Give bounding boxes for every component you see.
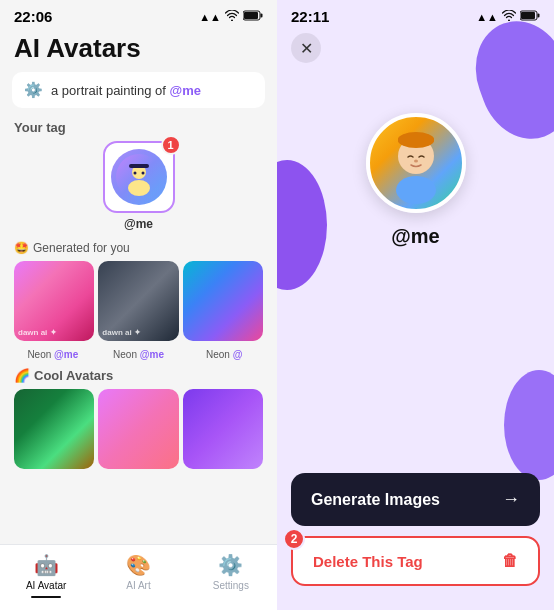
thumb-3[interactable] (183, 261, 263, 341)
thumb-img-5 (98, 389, 178, 469)
caption-3: Neon @ (185, 349, 263, 360)
nav-item-settings[interactable]: ⚙️ Settings (185, 553, 277, 598)
profile-center: @me (277, 113, 554, 248)
nav-icon-art: 🎨 (126, 553, 151, 577)
delete-tag-button[interactable]: 2 Delete This Tag 🗑 (291, 536, 540, 586)
bottom-actions: Generate Images → 2 Delete This Tag 🗑 (277, 461, 554, 610)
prompt-bar[interactable]: ⚙️ a portrait painting of @me (12, 72, 265, 108)
svg-point-5 (128, 180, 150, 196)
thumb-5[interactable] (98, 389, 178, 469)
image-row-2 (0, 389, 277, 477)
thumb-img-6 (183, 389, 263, 469)
watermark-2: dawn ai ✦ (102, 328, 141, 337)
profile-username: @me (391, 225, 439, 248)
nav-icon-avatar: 🤖 (34, 553, 59, 577)
watermark-1: dawn ai ✦ (18, 328, 57, 337)
badge-2: 2 (283, 528, 305, 550)
generate-label: Generate Images (311, 491, 440, 509)
bottom-nav: 🤖 AI Avatar 🎨 AI Art ⚙️ Settings (0, 544, 277, 610)
tag-avatar-wrapper[interactable]: 1 (103, 141, 175, 213)
signal-icon: ▲▲ (199, 11, 221, 23)
arrow-icon: → (502, 489, 520, 510)
your-tag-label: Your tag (0, 118, 277, 141)
right-screen: 22:11 ▲▲ ✕ (277, 0, 554, 610)
svg-point-8 (141, 172, 144, 175)
svg-rect-2 (261, 14, 263, 18)
profile-avatar-large (366, 113, 466, 213)
tag-avatar (111, 149, 167, 205)
thumb-1[interactable]: dawn ai ✦ (14, 261, 94, 341)
prompt-tag: @me (170, 83, 201, 98)
thumb-2[interactable]: dawn ai ✦ (98, 261, 178, 341)
thumb-img-3 (183, 261, 263, 341)
trash-icon: 🗑 (502, 552, 518, 570)
svg-point-16 (414, 160, 418, 163)
thumb-6[interactable] (183, 389, 263, 469)
nav-label-art: AI Art (126, 580, 150, 591)
left-screen: 22:06 ▲▲ AI Avatars ⚙️ (0, 0, 277, 610)
tag-container[interactable]: 1 @me (0, 141, 277, 239)
caption-2: Neon @me (100, 349, 178, 360)
generated-emoji: 🤩 (14, 241, 29, 255)
notification-badge: 1 (161, 135, 181, 155)
app-title: AI Avatars (0, 29, 277, 72)
status-icons-left: ▲▲ (199, 10, 263, 23)
thumb-4[interactable] (14, 389, 94, 469)
svg-point-17 (396, 176, 436, 204)
nav-label-avatar: AI Avatar (26, 580, 66, 591)
time-left: 22:06 (14, 8, 52, 25)
nav-label-settings: Settings (213, 580, 249, 591)
image-row-1: dawn ai ✦ dawn ai ✦ (0, 261, 277, 349)
svg-rect-10 (521, 12, 535, 19)
svg-rect-1 (244, 12, 258, 19)
nav-underline (31, 596, 61, 598)
close-button[interactable]: ✕ (291, 33, 321, 63)
wifi-icon (225, 10, 239, 23)
svg-rect-11 (538, 14, 540, 18)
gear-icon: ⚙️ (24, 81, 43, 99)
rainbow-emoji: 🌈 (14, 368, 30, 383)
caption-1: Neon @me (14, 349, 92, 360)
svg-rect-15 (398, 136, 434, 144)
prompt-text: a portrait painting of @me (51, 83, 201, 98)
cool-avatars-label: 🌈 Cool Avatars (0, 366, 277, 389)
signal-icon-right: ▲▲ (476, 11, 498, 23)
thumb-img-1: dawn ai ✦ (14, 261, 94, 341)
generate-images-button[interactable]: Generate Images → (291, 473, 540, 526)
time-right: 22:11 (291, 8, 329, 25)
thumb-img-4 (14, 389, 94, 469)
svg-rect-6 (129, 164, 149, 168)
battery-icon (243, 10, 263, 23)
status-bar-left: 22:06 ▲▲ (0, 0, 277, 29)
svg-point-7 (133, 172, 136, 175)
delete-label: Delete This Tag (313, 553, 423, 570)
tag-label: @me (124, 217, 153, 231)
nav-item-ai-avatar[interactable]: 🤖 AI Avatar (0, 553, 92, 598)
thumb-img-2: dawn ai ✦ (98, 261, 178, 341)
caption-row: Neon @me Neon @me Neon @ (0, 349, 277, 366)
generated-label: 🤩 Generated for you (0, 239, 277, 261)
nav-item-ai-art[interactable]: 🎨 AI Art (92, 553, 184, 598)
nav-icon-settings: ⚙️ (218, 553, 243, 577)
